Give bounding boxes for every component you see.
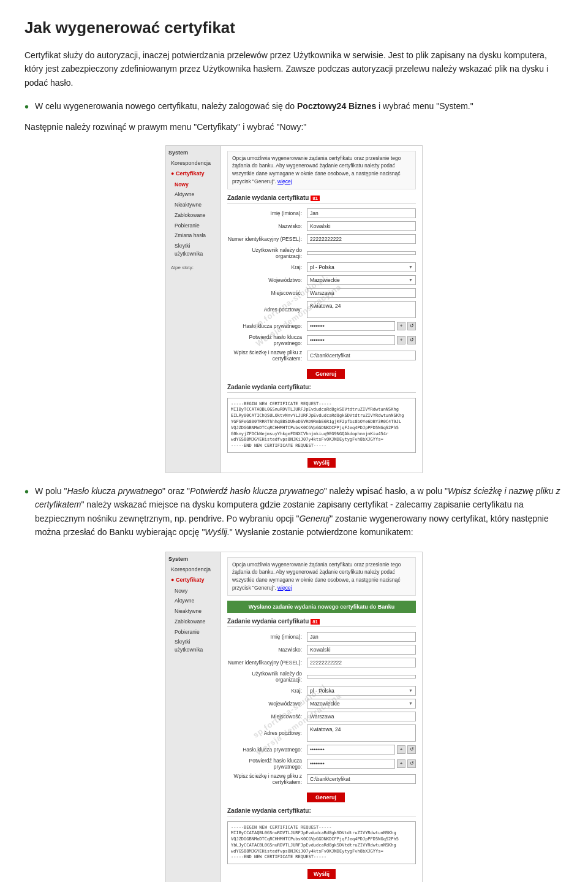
- ss1-field-confirm-haslo: Potwierdź hasło klucza prywatnego: •••••…: [227, 334, 416, 346]
- bullet-icon-2: •: [24, 485, 29, 499]
- ss2-field-pesel: Numer identyfikacyjny (PESEL): 222222222…: [227, 658, 416, 667]
- ss1-pass-icon-1[interactable]: +: [397, 322, 405, 330]
- ss1-system-title: System: [168, 150, 218, 156]
- ss2-cert-output: -----BEGIN NEW CERTIFICATE REQUEST----- …: [227, 821, 416, 865]
- ss1-more-link[interactable]: więcej: [277, 178, 292, 184]
- step2-paragraph: Następnie należy rozwinąć w prawym menu …: [24, 120, 564, 134]
- ss2-field-haslo: Hasło klucza prywatnego: •••••••• + ↺: [227, 745, 416, 755]
- ss1-menu-certyfikaty[interactable]: ● Certyfikaty: [168, 169, 218, 180]
- step2-text: Następnie należy rozwinąć w prawym menu …: [24, 122, 306, 132]
- ss2-menu-pobieranie[interactable]: Pobieranie: [168, 627, 218, 637]
- bullet-text-1: W celu wygenerowania nowego certyfikatu,…: [35, 99, 473, 113]
- ss2-field-nazwisko: Nazwisko: Kowalski: [227, 645, 416, 655]
- ss1-field-sciezka: Wpisz ścieżkę i nazwę pliku z certyfikat…: [227, 349, 416, 362]
- ss2-system-title: System: [168, 556, 218, 562]
- ss1-btn-generate[interactable]: Generuj: [307, 369, 345, 379]
- ss2-field-confirm-haslo: Potwierdź hasło klucza prywatnego: •••••…: [227, 758, 416, 770]
- ss2-menu-certyfikaty[interactable]: ● Certyfikaty: [168, 575, 218, 586]
- ss1-form-title: Zadanie wydania certyfikatu 81: [227, 194, 416, 203]
- bullet-text-2: W polu "Hasło klucza prywatnego" oraz "P…: [35, 484, 564, 539]
- ss1-pass-refresh-1[interactable]: ↺: [407, 322, 416, 330]
- ss1-cert-title: Zadanie wydania certyfikatu:: [227, 384, 416, 393]
- ss2-pass-refresh-2[interactable]: ↺: [407, 759, 416, 768]
- ss2-field-woj: Województwo: Mazowieckie: [227, 699, 416, 709]
- screenshot-2-box: sp.fortuna-studio.pl Wersja demonstracyj…: [165, 552, 423, 883]
- ss1-field-miasto: Miejscowość: Warszawa: [227, 288, 416, 298]
- ss2-info-box: Opcja umożliwia wygenerowanie żądania ce…: [227, 557, 416, 596]
- ss2-cert-section: Zadanie wydania certyfikatu: -----BEGIN …: [227, 807, 416, 865]
- ss2-form-title: Zadanie wydania certyfikatu 81: [227, 618, 416, 627]
- ss1-menu-nieaktywne[interactable]: Nieaktywne: [168, 200, 218, 210]
- ss1-pass-icon-2[interactable]: +: [397, 336, 405, 344]
- ss1-btn-send[interactable]: Wyślij: [307, 458, 336, 468]
- ss2-main: Opcja umożliwia wygenerowanie żądania ce…: [221, 552, 422, 883]
- ss1-field-adres: Adres pocztowy: Kwiatowa, 24: [227, 301, 416, 318]
- bullet-icon-1: •: [24, 100, 29, 114]
- ss1-menu-skrytki[interactable]: Skrytki użytkownika: [168, 241, 218, 259]
- ss2-menu-zablokowane[interactable]: Zablokowane: [168, 617, 218, 627]
- ss2-success-message: Wysłano zadanie wydania nowego certyfika…: [227, 601, 416, 613]
- intro-paragraph: Certyfikat służy do autoryzacji, inaczej…: [24, 48, 564, 89]
- ss2-layout: System Korespondencja ● Certyfikaty Nowy…: [166, 552, 422, 883]
- ss1-menu-aktywne[interactable]: Aktywne: [168, 189, 218, 200]
- ss1-cert-output: -----BEGIN NEW CERTIFICATE REQUEST----- …: [227, 398, 416, 453]
- screenshot-1-box: sp.fortuna-studio.pl Wersja demonstracyj…: [165, 145, 423, 473]
- ss2-menu-korespondencja[interactable]: Korespondencja: [168, 565, 218, 576]
- ss1-main: Opcja umożliwia wygenerowanie żądania ce…: [221, 146, 422, 473]
- ss1-field-woj: Województwo: Mazowieckie: [227, 275, 416, 285]
- bullet1-suffix: i wybrać menu "System.": [376, 101, 473, 111]
- ss2-menu-nowy[interactable]: Nowy: [168, 586, 218, 596]
- ss1-cert-section: Zadanie wydania certyfikatu: -----BEGIN …: [227, 384, 416, 453]
- ss2-generate-wrap: Generuj: [227, 789, 416, 802]
- page-title: Jak wygenerować certyfikat: [24, 18, 564, 37]
- ss1-sidebar: System Korespondencja ● Certyfikaty Nowy…: [166, 146, 221, 473]
- bullet1-prefix: W celu wygenerowania nowego certyfikatu,…: [35, 101, 297, 111]
- ss1-menu-zmiana-hasla[interactable]: Zmiana hasła: [168, 230, 218, 241]
- ss1-send-wrap: Wyślij: [227, 458, 416, 468]
- ss2-menu-aktywne[interactable]: Aktywne: [168, 596, 218, 606]
- screenshot-2-container: sp.fortuna-studio.pl Wersja demonstracyj…: [24, 552, 564, 883]
- ss2-field-imie: Imię (imiona): Jan: [227, 632, 416, 642]
- ss1-generate-wrap: Generuj: [227, 365, 416, 379]
- ss1-field-imie: Imię (imiona): Jan: [227, 208, 416, 218]
- ss2-menu-nieaktywne[interactable]: Nieaktywne: [168, 606, 218, 617]
- ss2-field-org: Użytkownik należy do organizacji:: [227, 671, 416, 683]
- screenshot-1-container: sp.fortuna-studio.pl Wersja demonstracyj…: [24, 145, 564, 473]
- ss1-menu-pobieranie[interactable]: Pobieranie: [168, 221, 218, 231]
- ss1-pass-refresh-2[interactable]: ↺: [407, 336, 416, 344]
- ss2-cert-title: Zadanie wydania certyfikatu:: [227, 807, 416, 816]
- bullet-section-2: • W polu "Hasło klucza prywatnego" oraz …: [24, 484, 564, 539]
- ss2-pass-icon-2[interactable]: +: [397, 759, 405, 768]
- bullet1-bold: Pocztowy24 Biznes: [297, 101, 376, 111]
- ss1-menu-nowy[interactable]: Nowy: [168, 180, 218, 190]
- ss1-layout: System Korespondencja ● Certyfikaty Nowy…: [166, 146, 422, 473]
- ss2-field-sciezka: Wpisz ścieżkę i nazwę pliku z certyfikat…: [227, 773, 416, 785]
- ss1-info-box: Opcja umożliwia wygenerowanie żądania ce…: [227, 151, 416, 189]
- ss2-send-wrap: Wyślij: [227, 869, 416, 879]
- ss2-btn-generate[interactable]: Generuj: [307, 793, 345, 802]
- ss2-sidebar: System Korespondencja ● Certyfikaty Nowy…: [166, 552, 221, 883]
- ss2-field-miasto: Miejscowość: Warszawa: [227, 712, 416, 721]
- ss1-abe-sloty: Alpe sloty:: [168, 263, 218, 273]
- ss1-field-haslo: Hasło klucza prywatnego: •••••••• + ↺: [227, 321, 416, 331]
- bullet-section-1: • W celu wygenerowania nowego certyfikat…: [24, 99, 564, 114]
- ss2-field-adres: Adres pocztowy: Kwiatowa, 24: [227, 724, 416, 742]
- ss1-menu-korespondencja[interactable]: Korespondencja: [168, 158, 218, 169]
- ss2-btn-send[interactable]: Wyślij: [307, 869, 336, 879]
- ss1-menu-zablokowane[interactable]: Zablokowane: [168, 210, 218, 221]
- ss2-pass-refresh-1[interactable]: ↺: [407, 745, 416, 754]
- ss1-field-nazwisko: Nazwisko: Kowalski: [227, 221, 416, 231]
- ss1-field-kraj: Kraj: pl - Polska: [227, 262, 416, 272]
- ss1-field-org: Użytkownik należy do organizacji:: [227, 247, 416, 259]
- ss2-more-link[interactable]: więcej: [277, 585, 292, 591]
- ss1-field-pesel: Numer identyfikacyjny (PESEL): 222222222…: [227, 234, 416, 244]
- ss2-field-kraj: Kraj: pl - Polska: [227, 686, 416, 696]
- ss2-pass-icon-1[interactable]: +: [397, 745, 405, 754]
- ss2-menu-skrytki[interactable]: Skrytki użytkownika: [168, 637, 218, 655]
